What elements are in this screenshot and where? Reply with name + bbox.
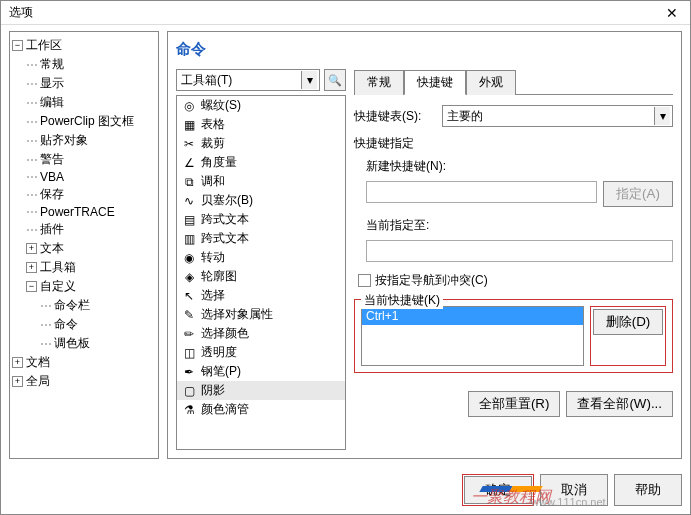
cmd-item-harmony[interactable]: ⧉调和 (177, 172, 345, 191)
main-panel: 命令 工具箱(T) ▾ 🔍 ◎螺纹(S) ▦表格 (167, 31, 682, 459)
minus-icon[interactable]: − (12, 40, 23, 51)
plus-icon[interactable]: + (26, 262, 37, 273)
tree-item-edit[interactable]: ⋯编辑 (12, 93, 156, 112)
current-key-fieldset: 当前快捷键(K) Ctrl+1 删除(D) (354, 299, 673, 373)
spiral-icon: ◎ (181, 98, 197, 114)
current-key-label: 当前快捷键(K) (361, 292, 443, 309)
tree-item-vba[interactable]: ⋯VBA (12, 169, 156, 185)
tabs: 常规 快捷键 外观 (354, 69, 673, 95)
cmd-item-table[interactable]: ▦表格 (177, 115, 345, 134)
minus-icon[interactable]: − (26, 281, 37, 292)
current-assign-label: 当前指定至: (366, 217, 673, 234)
dropper-icon: ⚗ (181, 402, 197, 418)
tree-item-command[interactable]: ⋯命令 (12, 315, 156, 334)
cmd-item-bezier[interactable]: ∿贝塞尔(B) (177, 191, 345, 210)
decor-blue (479, 486, 512, 492)
content-area: −工作区 ⋯常规 ⋯显示 ⋯编辑 ⋯PowerClip 图文框 ⋯贴齐对象 ⋯警… (1, 25, 690, 465)
options-window: 选项 ✕ −工作区 ⋯常规 ⋯显示 ⋯编辑 ⋯PowerClip 图文框 ⋯贴齐… (0, 0, 691, 515)
eyedrop-icon: ✎ (181, 307, 197, 323)
paratext-icon: ▤ (181, 212, 197, 228)
command-list[interactable]: ◎螺纹(S) ▦表格 ✂裁剪 ∠角度量 ⧉调和 ∿贝塞尔(B) ▤跨式文本 ▥跨… (176, 95, 346, 450)
cmd-item-select[interactable]: ↖选择 (177, 286, 345, 305)
contour-icon: ◈ (181, 269, 197, 285)
cmd-item-rotate[interactable]: ◉转动 (177, 248, 345, 267)
footer: 确定 取消 帮助 (9, 474, 682, 506)
tree-item-text[interactable]: +文本 (12, 239, 156, 258)
panel-title: 命令 (176, 40, 673, 59)
shadow-icon: ▢ (181, 383, 197, 399)
tree-item-save[interactable]: ⋯保存 (12, 185, 156, 204)
tree-item-powertrace[interactable]: ⋯PowerTRACE (12, 204, 156, 220)
category-combo[interactable]: 工具箱(T) ▾ (176, 69, 320, 91)
cmd-item-eyedropper[interactable]: ⚗颜色滴管 (177, 400, 345, 419)
cmd-item-paratext2[interactable]: ▥跨式文本 (177, 229, 345, 248)
tree-item-palette[interactable]: ⋯调色板 (12, 334, 156, 353)
shortcut-list[interactable]: Ctrl+1 (361, 306, 584, 366)
navigate-conflict-checkbox[interactable] (358, 274, 371, 287)
table-icon: ▦ (181, 117, 197, 133)
tab-general[interactable]: 常规 (354, 70, 404, 95)
tree-item-warning[interactable]: ⋯警告 (12, 150, 156, 169)
cmd-item-paratext[interactable]: ▤跨式文本 (177, 210, 345, 229)
tree-item-display[interactable]: ⋯显示 (12, 74, 156, 93)
category-combo-value: 工具箱(T) (181, 72, 232, 89)
view-all-button[interactable]: 查看全部(W)... (566, 391, 673, 417)
checkbox-label: 按指定导航到冲突(C) (375, 272, 488, 289)
paratext-icon: ▥ (181, 231, 197, 247)
plus-icon[interactable]: + (12, 376, 23, 387)
decor-orange (509, 486, 542, 492)
tree-item-snap[interactable]: ⋯贴齐对象 (12, 131, 156, 150)
tree-item-global[interactable]: +全局 (12, 372, 156, 391)
delete-button[interactable]: 删除(D) (593, 309, 663, 335)
transparency-icon: ◫ (181, 345, 197, 361)
cmd-item-angle[interactable]: ∠角度量 (177, 153, 345, 172)
tree-item-workspace[interactable]: −工作区 (12, 36, 156, 55)
window-title: 选项 (9, 4, 662, 21)
plus-icon[interactable]: + (26, 243, 37, 254)
tree-item-general[interactable]: ⋯常规 (12, 55, 156, 74)
close-icon[interactable]: ✕ (662, 5, 682, 21)
chevron-down-icon[interactable]: ▾ (301, 71, 317, 89)
tree-item-document[interactable]: +文档 (12, 353, 156, 372)
crop-icon: ✂ (181, 136, 197, 152)
cancel-button[interactable]: 取消 (540, 474, 608, 506)
bezier-icon: ∿ (181, 193, 197, 209)
plus-icon[interactable]: + (12, 357, 23, 368)
tab-appearance[interactable]: 外观 (466, 70, 516, 95)
cmd-item-pen[interactable]: ✒钢笔(P) (177, 362, 345, 381)
shortcut-table-label: 快捷键表(S): (354, 108, 434, 125)
cmd-item-transparency[interactable]: ◫透明度 (177, 343, 345, 362)
shortcut-item[interactable]: Ctrl+1 (362, 307, 583, 325)
binoculars-icon: 🔍 (328, 74, 342, 87)
tree-panel[interactable]: −工作区 ⋯常规 ⋯显示 ⋯编辑 ⋯PowerClip 图文框 ⋯贴齐对象 ⋯警… (9, 31, 159, 459)
cmd-item-shadow[interactable]: ▢阴影 (177, 381, 345, 400)
search-button[interactable]: 🔍 (324, 69, 346, 91)
help-button[interactable]: 帮助 (614, 474, 682, 506)
blend-icon: ⧉ (181, 174, 197, 190)
cmd-item-contour[interactable]: ◈轮廓图 (177, 267, 345, 286)
assign-button[interactable]: 指定(A) (603, 181, 673, 207)
cmd-item-crop[interactable]: ✂裁剪 (177, 134, 345, 153)
tree-item-toolbox[interactable]: +工具箱 (12, 258, 156, 277)
new-shortcut-input[interactable] (366, 181, 597, 203)
left-column: 工具箱(T) ▾ 🔍 ◎螺纹(S) ▦表格 ✂裁剪 ∠角度量 ⧉调和 ∿贝塞 (176, 69, 346, 450)
cmd-item-selectprops[interactable]: ✎选择对象属性 (177, 305, 345, 324)
eyedrop2-icon: ✏ (181, 326, 197, 342)
tree-item-cmdbar[interactable]: ⋯命令栏 (12, 296, 156, 315)
spiral2-icon: ◉ (181, 250, 197, 266)
angle-icon: ∠ (181, 155, 197, 171)
tree-item-powerclip[interactable]: ⋯PowerClip 图文框 (12, 112, 156, 131)
chevron-down-icon[interactable]: ▾ (654, 107, 670, 125)
cmd-item-selectcolor[interactable]: ✏选择颜色 (177, 324, 345, 343)
right-column: 常规 快捷键 外观 快捷键表(S): 主要的 ▾ 快捷键指定 新建快捷键(N): (354, 69, 673, 450)
tree-item-plugins[interactable]: ⋯插件 (12, 220, 156, 239)
reset-all-button[interactable]: 全部重置(R) (468, 391, 561, 417)
shortcut-table-combo[interactable]: 主要的 ▾ (442, 105, 673, 127)
tree-item-customize[interactable]: −自定义 (12, 277, 156, 296)
tab-shortcut[interactable]: 快捷键 (404, 70, 466, 95)
shortcut-table-value: 主要的 (447, 108, 483, 125)
cmd-item-thread[interactable]: ◎螺纹(S) (177, 96, 345, 115)
current-assign-input[interactable] (366, 240, 673, 262)
pointer-icon: ↖ (181, 288, 197, 304)
shortcut-assign-label: 快捷键指定 (354, 135, 673, 152)
